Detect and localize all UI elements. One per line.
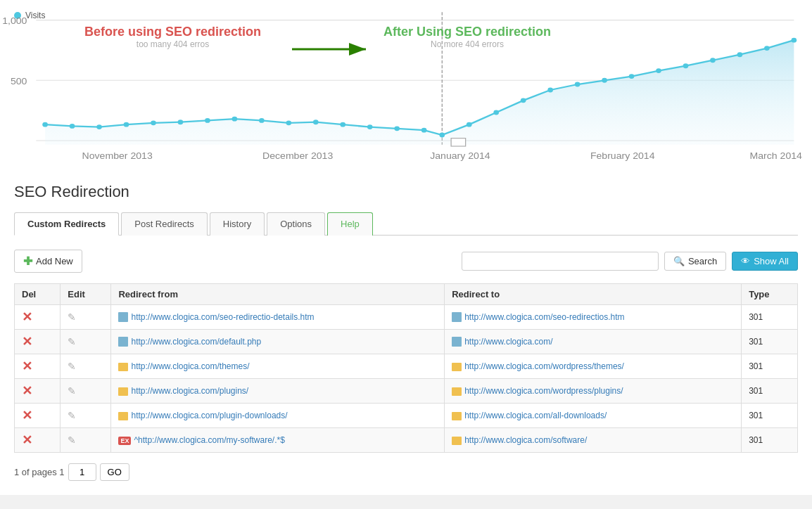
show-all-button[interactable]: 👁 Show All	[732, 252, 798, 271]
svg-point-15	[286, 120, 291, 125]
svg-point-10	[151, 120, 156, 125]
redirect-to-link[interactable]: http://www.clogica.com/all-downloads/	[464, 411, 607, 420]
folder-icon	[452, 437, 462, 445]
tab-post-redirects[interactable]: Post Redirects	[121, 212, 208, 236]
delete-button[interactable]: ✕	[22, 433, 32, 447]
redirect-from-link[interactable]: http://www.clogica.com/plugins/	[131, 386, 248, 396]
redirect-from-link[interactable]: http://www.clogica.com/themes/	[131, 361, 249, 371]
before-label: Before using SEO redirection	[84, 25, 261, 39]
svg-point-33	[764, 46, 770, 51]
page-input[interactable]	[68, 463, 96, 481]
delete-button[interactable]: ✕	[22, 384, 32, 398]
edit-button[interactable]: ✎	[68, 434, 76, 446]
after-sublabel: No more 404 errors	[383, 39, 551, 49]
delete-button[interactable]: ✕	[22, 359, 32, 373]
svg-point-7	[70, 124, 75, 129]
search-area: 🔍 Search 👁 Show All	[462, 252, 798, 271]
svg-point-20	[421, 128, 427, 133]
redirect-to-link[interactable]: http://www.clogica.com/	[464, 337, 552, 347]
svg-point-29	[656, 68, 661, 73]
delete-button[interactable]: ✕	[22, 310, 32, 324]
folder-icon	[452, 387, 462, 396]
plus-icon: ✚	[23, 254, 32, 268]
delete-button[interactable]: ✕	[22, 335, 32, 349]
svg-point-19	[394, 126, 400, 131]
edit-button[interactable]: ✎	[68, 311, 76, 323]
toolbar: ✚ Add New 🔍 Search 👁 Show All	[14, 250, 798, 273]
type-cell: 301	[742, 404, 798, 428]
tab-custom-redirects[interactable]: Custom Redirects	[14, 212, 119, 236]
redirect-to-link[interactable]: http://www.clogica.com/seo-redirectios.h…	[464, 312, 624, 322]
chart-area: Visits 1,000 500	[0, 0, 812, 169]
svg-point-23	[493, 110, 499, 115]
svg-text:January 2014: January 2014	[430, 151, 490, 161]
tab-history[interactable]: History	[210, 212, 265, 236]
col-header-edit: Edit	[61, 284, 111, 305]
page-icon	[118, 337, 128, 347]
svg-text:500: 500	[11, 77, 27, 86]
svg-point-31	[710, 58, 716, 63]
svg-point-22	[467, 122, 472, 127]
svg-point-26	[575, 82, 581, 87]
edit-button[interactable]: ✎	[68, 361, 76, 372]
redirect-to-link[interactable]: http://www.clogica.com/wordpress/plugins…	[464, 386, 623, 396]
svg-point-17	[340, 122, 345, 127]
svg-text:1,000: 1,000	[2, 16, 27, 26]
redirect-from-link[interactable]: http://www.clogica.com/plugin-downloads/	[131, 411, 287, 420]
pagination: 1 of pages 1 GO	[14, 463, 798, 481]
type-cell: 301	[742, 428, 798, 453]
svg-point-12	[205, 118, 210, 123]
search-button[interactable]: 🔍 Search	[664, 252, 726, 271]
svg-point-27	[602, 78, 607, 83]
svg-text:February 2014: February 2014	[590, 151, 655, 161]
regex-icon: EX	[118, 437, 131, 445]
svg-point-8	[96, 124, 102, 129]
type-cell: 301	[742, 354, 798, 379]
redirect-from-link[interactable]: ^http://www.clogica.com/my-software/.*$	[134, 435, 284, 445]
svg-point-32	[737, 52, 743, 57]
redirect-to-link[interactable]: http://www.clogica.com/software/	[464, 435, 587, 445]
svg-point-25	[547, 88, 553, 93]
edit-button[interactable]: ✎	[68, 385, 76, 397]
search-label: Search	[688, 256, 717, 266]
svg-text:March 2014: March 2014	[750, 151, 803, 161]
svg-point-30	[683, 63, 689, 68]
svg-text:November 2013: November 2013	[82, 151, 153, 161]
folder-icon	[452, 412, 462, 420]
delete-button[interactable]: ✕	[22, 408, 32, 423]
col-header-from: Redirect from	[111, 284, 445, 305]
main-content: SEO Redirection Custom Redirects Post Re…	[0, 169, 812, 495]
tab-options[interactable]: Options	[267, 212, 325, 236]
folder-icon	[118, 387, 128, 396]
edit-button[interactable]: ✎	[68, 336, 76, 347]
go-button[interactable]: GO	[100, 463, 129, 481]
svg-point-16	[313, 120, 319, 124]
table-row: ✕✎http://www.clogica.com/themes/http://w…	[15, 354, 798, 379]
page-title: SEO Redirection	[14, 183, 798, 201]
table-row: ✕✎http://www.clogica.com/plugin-download…	[15, 404, 798, 428]
before-sublabel: too many 404 erros	[84, 39, 261, 49]
svg-point-14	[259, 118, 265, 123]
table-row: ✕✎EX^http://www.clogica.com/my-software/…	[15, 428, 798, 453]
page-icon	[452, 337, 462, 347]
svg-point-28	[629, 74, 635, 79]
redirects-table: Del Edit Redirect from Redirect to Type …	[14, 283, 798, 453]
svg-point-6	[42, 122, 48, 127]
edit-button[interactable]: ✎	[68, 410, 76, 421]
redirect-to-link[interactable]: http://www.clogica.com/wordpress/themes/	[464, 361, 624, 371]
redirect-from-link[interactable]: http://www.clogica.com/default.php	[131, 337, 261, 347]
svg-point-13	[232, 117, 238, 122]
tab-help[interactable]: Help	[327, 212, 373, 236]
type-cell: 301	[742, 330, 798, 354]
svg-point-34	[792, 38, 797, 43]
col-header-del: Del	[15, 284, 61, 305]
svg-point-24	[521, 98, 526, 103]
table-row: ✕✎http://www.clogica.com/default.phphttp…	[15, 330, 798, 354]
add-new-button[interactable]: ✚ Add New	[14, 250, 82, 273]
redirect-from-link[interactable]: http://www.clogica.com/seo-redirectio-de…	[131, 312, 314, 322]
page-icon	[452, 312, 462, 322]
table-row: ✕✎http://www.clogica.com/plugins/http://…	[15, 379, 798, 404]
search-input[interactable]	[462, 252, 659, 271]
folder-icon	[118, 363, 128, 371]
type-cell: 301	[742, 305, 798, 330]
